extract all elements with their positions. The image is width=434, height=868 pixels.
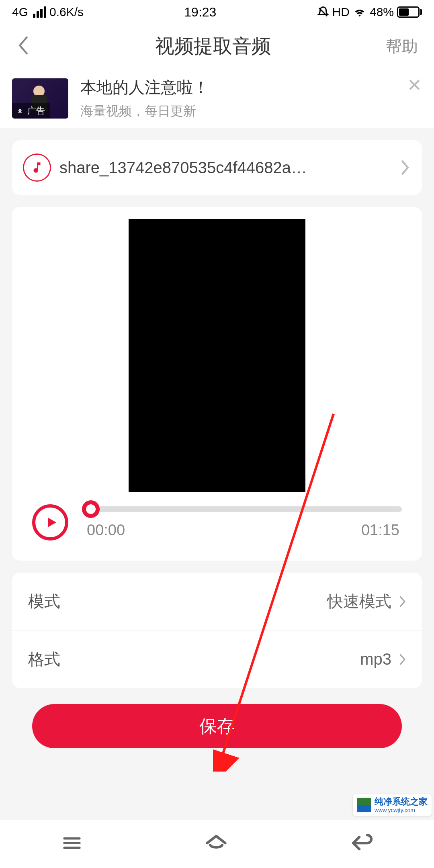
time-total: 01:15 bbox=[361, 522, 399, 539]
save-button[interactable]: 保存 bbox=[32, 704, 402, 748]
status-left: 4G 0.6K/s bbox=[12, 5, 84, 19]
clock: 19:23 bbox=[184, 5, 216, 20]
music-icon bbox=[24, 155, 50, 180]
battery-icon bbox=[397, 6, 422, 18]
seek-thumb[interactable] bbox=[82, 500, 100, 518]
mode-value: 快速模式 bbox=[327, 590, 391, 612]
mode-row[interactable]: 模式 快速模式 bbox=[12, 573, 422, 630]
system-nav-bar bbox=[0, 820, 434, 868]
watermark: 纯净系统之家 www.ycwjty.com bbox=[353, 794, 432, 816]
watermark-logo-icon bbox=[357, 798, 371, 812]
page-title: 视频提取音频 bbox=[155, 33, 271, 59]
help-button[interactable]: 帮助 bbox=[386, 35, 418, 57]
ad-subtitle: 海量视频，每日更新 bbox=[80, 102, 422, 120]
settings-card: 模式 快速模式 格式 mp3 bbox=[12, 573, 422, 688]
play-button[interactable] bbox=[32, 504, 68, 540]
chevron-right-icon bbox=[398, 653, 406, 666]
chevron-right-icon bbox=[398, 595, 406, 608]
network-speed: 0.6K/s bbox=[49, 5, 84, 19]
alarm-off-icon bbox=[317, 6, 329, 18]
watermark-url: www.ycwjty.com bbox=[375, 807, 428, 813]
file-row[interactable]: share_13742e870535c4f44682a… bbox=[12, 140, 422, 195]
file-card: share_13742e870535c4f44682a… bbox=[12, 140, 422, 195]
watermark-title: 纯净系统之家 bbox=[375, 796, 428, 807]
video-preview[interactable] bbox=[129, 219, 305, 492]
status-bar: 4G 0.6K/s 19:23 HD 48% bbox=[0, 0, 434, 24]
ad-close-button[interactable]: ✕ bbox=[407, 76, 422, 94]
ad-badge: 广告 bbox=[12, 103, 50, 119]
status-right: HD 48% bbox=[317, 5, 422, 19]
app-nav-bar: 视频提取音频 帮助 bbox=[0, 24, 434, 68]
format-row[interactable]: 格式 mp3 bbox=[12, 630, 422, 688]
time-current: 00:00 bbox=[87, 522, 125, 539]
signal-icon bbox=[33, 6, 46, 18]
ad-banner[interactable]: 广告 本地的人注意啦！ 海量视频，每日更新 ✕ bbox=[0, 68, 434, 128]
back-button[interactable] bbox=[16, 35, 40, 57]
battery-percent: 48% bbox=[370, 5, 394, 19]
hd-indicator: HD bbox=[332, 5, 350, 19]
network-type: 4G bbox=[12, 5, 28, 19]
home-button[interactable] bbox=[204, 831, 228, 857]
player-card: 00:00 01:15 bbox=[12, 207, 422, 561]
wifi-icon bbox=[353, 5, 366, 19]
ad-title: 本地的人注意啦！ bbox=[80, 76, 422, 98]
format-value: mp3 bbox=[360, 650, 391, 668]
recents-button[interactable] bbox=[61, 832, 83, 856]
mode-label: 模式 bbox=[28, 590, 60, 612]
format-label: 格式 bbox=[28, 648, 60, 670]
sys-back-button[interactable] bbox=[349, 831, 373, 857]
chevron-right-icon bbox=[399, 160, 410, 176]
seek-slider[interactable] bbox=[84, 506, 402, 512]
file-name: share_13742e870535c4f44682a… bbox=[59, 159, 389, 177]
ad-thumbnail: 广告 bbox=[12, 78, 68, 119]
